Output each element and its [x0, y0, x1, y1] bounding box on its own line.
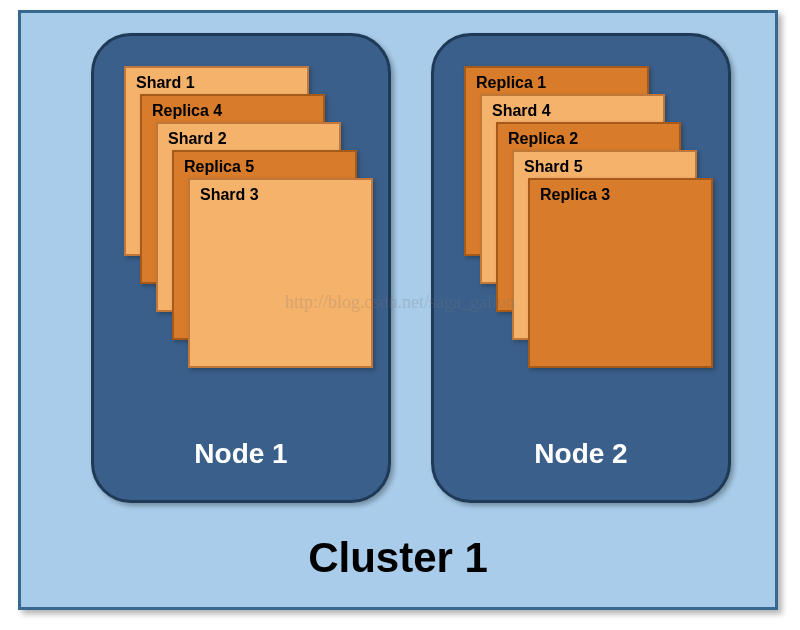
node-1-title: Node 1: [94, 438, 388, 470]
cluster-title: Cluster 1: [21, 534, 775, 582]
card-replica-3: Replica 3: [528, 178, 713, 368]
card-shard-3: Shard 3: [188, 178, 373, 368]
cluster-container: Shard 1 Replica 4 Shard 2 Replica 5 Shar…: [18, 10, 778, 610]
node-2: Replica 1 Shard 4 Replica 2 Shard 5 Repl…: [431, 33, 731, 503]
node-2-cards: Replica 1 Shard 4 Replica 2 Shard 5 Repl…: [464, 66, 694, 366]
node-1-cards: Shard 1 Replica 4 Shard 2 Replica 5 Shar…: [124, 66, 354, 366]
node-1: Shard 1 Replica 4 Shard 2 Replica 5 Shar…: [91, 33, 391, 503]
node-2-title: Node 2: [434, 438, 728, 470]
